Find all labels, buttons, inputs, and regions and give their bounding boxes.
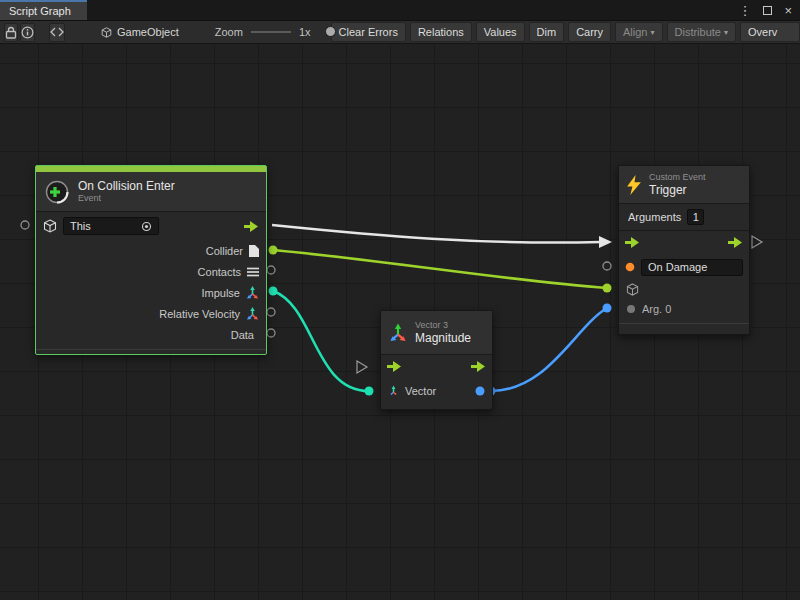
wire-control-flow[interactable] <box>272 225 601 243</box>
port-event-name-in[interactable] <box>603 262 611 270</box>
unity-window: Script Graph ⋮ × GameObject Zoom 1x Clea… <box>0 0 800 600</box>
arg0-label: Arg. 0 <box>642 303 671 315</box>
gameobject-cube-icon <box>43 219 57 233</box>
lock-icon <box>5 26 17 39</box>
node-title: Trigger <box>649 183 706 197</box>
dim-button[interactable]: Dim <box>529 22 565 42</box>
node-header[interactable]: Custom Event Trigger <box>619 166 749 204</box>
align-dropdown[interactable]: Align ▾ <box>615 22 662 42</box>
flow-arrow-icon <box>728 237 743 248</box>
collision-event-icon <box>44 179 70 205</box>
gameobject-label: GameObject <box>117 26 179 38</box>
gameobject-icon <box>101 27 112 38</box>
port-event-target-in[interactable] <box>21 221 29 229</box>
port-data-out[interactable] <box>267 329 275 337</box>
zoom-slider-handle[interactable] <box>325 26 336 37</box>
flow-out-port[interactable] <box>728 237 743 250</box>
target-row[interactable] <box>619 279 749 299</box>
port-label: Vector <box>405 385 436 397</box>
window-controls: ⋮ × <box>738 0 800 20</box>
wire-collider[interactable] <box>273 250 607 288</box>
output-row-data[interactable]: Data <box>36 324 266 345</box>
tab-script-graph[interactable]: Script Graph <box>0 0 87 20</box>
flow-arrow-icon <box>471 361 486 372</box>
maximize-icon[interactable] <box>763 6 772 15</box>
magnitude-output-port[interactable] <box>475 386 485 396</box>
edit-graph-button[interactable] <box>49 23 65 42</box>
output-row-collider[interactable]: Collider <box>36 240 266 261</box>
flow-out-port[interactable] <box>471 361 486 374</box>
node-on-collision-enter[interactable]: On Collision Enter Event This Collider <box>35 165 267 355</box>
info-button[interactable] <box>20 23 35 42</box>
flow-hint-triangle-icon <box>752 236 762 248</box>
node-category: Vector 3 <box>415 320 471 330</box>
node-footer-divider <box>619 323 749 324</box>
wire-magnitude[interactable] <box>491 308 607 391</box>
control-flow-row <box>381 355 492 379</box>
node-trigger-custom-event[interactable]: Custom Event Trigger Arguments 1 <box>618 165 750 335</box>
window-titlebar: Script Graph ⋮ × <box>0 0 800 20</box>
node-subtitle: Event <box>78 193 175 203</box>
gameobject-cube-icon <box>626 283 639 296</box>
distribute-dropdown[interactable]: Distribute ▾ <box>667 22 736 42</box>
node-title: On Collision Enter <box>78 179 175 193</box>
object-picker-icon[interactable] <box>141 221 152 232</box>
port-relative-velocity-out[interactable] <box>267 308 275 316</box>
lightning-icon <box>627 175 641 195</box>
graph-canvas[interactable]: On Collision Enter Event This Collider <box>0 44 800 600</box>
event-name-value: On Damage <box>648 261 707 273</box>
gameobject-source-button[interactable]: GameObject <box>93 24 187 40</box>
list-icon <box>247 267 259 277</box>
port-vector-in[interactable] <box>365 387 374 396</box>
target-field[interactable]: This <box>63 217 159 235</box>
event-name-field[interactable]: On Damage <box>641 259 743 276</box>
node-vector3-magnitude[interactable]: Vector 3 Magnitude Vector <box>380 310 493 410</box>
target-value: This <box>70 220 91 232</box>
port-arg0-in[interactable] <box>603 304 612 313</box>
output-row-relative-velocity[interactable]: Relative Velocity <box>36 303 266 324</box>
port-trigger-target-in[interactable] <box>603 284 612 293</box>
flow-in-port[interactable] <box>625 237 640 250</box>
arguments-row: Arguments 1 <box>619 204 749 230</box>
graph-toolbar: GameObject Zoom 1x Clear Errors Relation… <box>0 20 800 44</box>
flow-out-port[interactable] <box>244 221 259 232</box>
node-header[interactable]: Vector 3 Magnitude <box>381 311 492 355</box>
vector3-icon <box>389 323 407 342</box>
arg0-row[interactable]: Arg. 0 <box>619 299 749 319</box>
target-row: This <box>36 212 266 240</box>
close-icon[interactable]: × <box>784 4 792 17</box>
relations-button[interactable]: Relations <box>410 22 472 42</box>
wire-impulse[interactable] <box>273 291 369 391</box>
port-label: Contacts <box>198 266 241 278</box>
vector3-icon <box>388 385 399 397</box>
flow-in-port[interactable] <box>387 361 402 374</box>
arguments-field[interactable]: 1 <box>687 209 704 225</box>
chevron-down-icon: ▾ <box>724 28 728 37</box>
node-category: Custom Event <box>649 172 706 182</box>
flow-arrow-icon <box>244 221 259 232</box>
zoom-value: 1x <box>299 26 311 38</box>
wire-arrowhead-icon <box>599 236 612 248</box>
output-row-impulse[interactable]: Impulse <box>36 282 266 303</box>
overview-button[interactable]: Overv <box>740 22 800 42</box>
vector3-icon <box>246 286 259 299</box>
port-collider-out[interactable] <box>269 246 278 255</box>
values-button[interactable]: Values <box>476 22 525 42</box>
string-port-dot[interactable] <box>625 262 635 272</box>
lock-button[interactable] <box>4 23 18 42</box>
node-header[interactable]: On Collision Enter Event <box>36 172 266 212</box>
vector-input-row[interactable]: Vector <box>381 379 492 403</box>
flow-arrow-icon <box>625 237 640 248</box>
clear-errors-button[interactable]: Clear Errors <box>331 22 406 42</box>
arg0-port-dot[interactable] <box>627 305 635 313</box>
zoom-slider[interactable] <box>251 25 291 39</box>
more-options-icon[interactable]: ⋮ <box>738 4 751 17</box>
zoom-slider-track <box>251 31 291 33</box>
carry-button[interactable]: Carry <box>568 22 611 42</box>
output-row-contacts[interactable]: Contacts <box>36 261 266 282</box>
port-impulse-out[interactable] <box>269 287 278 296</box>
port-contacts-out[interactable] <box>267 266 275 274</box>
zoom-label: Zoom <box>215 26 243 38</box>
info-icon <box>21 26 34 39</box>
collider-doc-icon <box>249 245 259 257</box>
